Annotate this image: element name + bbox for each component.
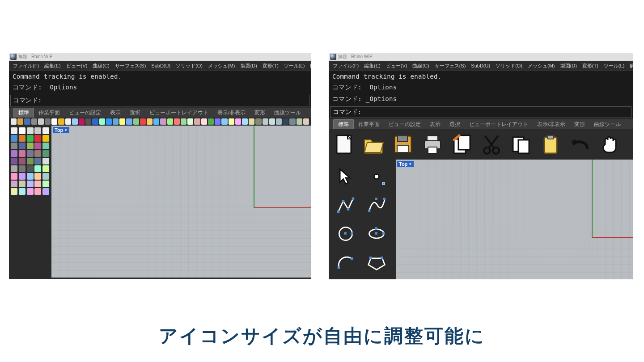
menu-曲線(C)[interactable]: 曲線(C) — [410, 63, 432, 69]
toolbar-icon-4[interactable] — [38, 118, 44, 125]
toolbar-icon-17[interactable] — [126, 118, 132, 125]
sidetool-icon-5[interactable] — [11, 135, 17, 142]
sidetool-icon-6[interactable] — [19, 135, 25, 142]
clipboard-icon[interactable] — [538, 132, 563, 157]
arc-icon[interactable] — [333, 250, 358, 275]
sidetool-icon-30[interactable] — [11, 173, 17, 180]
tab-作業平面[interactable]: 作業平面 — [34, 108, 64, 118]
toolbar-icon-7[interactable] — [58, 118, 64, 125]
sidetool-icon-44[interactable] — [42, 188, 49, 195]
toolbar-icon-13[interactable] — [99, 118, 105, 125]
toolbar-icon-38[interactable] — [269, 118, 275, 125]
titlebar[interactable]: 無題 - Rhino WIP — [329, 53, 633, 61]
toolbar-icon-3[interactable] — [31, 118, 37, 125]
tab-ビューの設定[interactable]: ビューの設定 — [384, 120, 425, 129]
tab-変形[interactable]: 変形 — [250, 108, 270, 118]
sidetool-icon-24[interactable] — [42, 158, 49, 164]
sidetool-icon-40[interactable] — [11, 188, 17, 195]
toolbar-icon-24[interactable] — [174, 118, 180, 125]
toolbar-icon-22[interactable] — [160, 118, 166, 125]
sidetool-icon-21[interactable] — [19, 158, 25, 164]
menu-ファイル(F)[interactable]: ファイル(F) — [10, 63, 42, 69]
menu-ビュー(V)[interactable]: ビュー(V) — [383, 63, 410, 69]
tab-選択[interactable]: 選択 — [125, 108, 145, 118]
sidetool-icon-41[interactable] — [19, 188, 25, 195]
sidetool-icon-2[interactable] — [27, 127, 34, 134]
save-floppy-icon[interactable] — [390, 132, 415, 157]
menu-編集(E)[interactable]: 編集(E) — [361, 63, 383, 69]
tab-表示/非表示[interactable]: 表示/非表示 — [213, 108, 250, 118]
sidetool-icon-18[interactable] — [34, 150, 41, 157]
toolbar-icon-40[interactable] — [283, 118, 288, 125]
menu-SubD(U)[interactable]: SubD(U) — [148, 63, 173, 68]
menu-曲線(C)[interactable]: 曲線(C) — [90, 63, 112, 69]
sidetool-icon-8[interactable] — [34, 135, 41, 142]
new-file-icon[interactable] — [331, 132, 356, 157]
toolbar-icon-15[interactable] — [113, 118, 119, 125]
viewport-top[interactable]: Top▼ — [396, 160, 633, 279]
menu-ビュー(V)[interactable]: ビュー(V) — [64, 63, 90, 69]
sidetool-icon-42[interactable] — [27, 188, 34, 195]
sidetool-icon-9[interactable] — [42, 135, 49, 142]
sidetool-icon-17[interactable] — [27, 150, 34, 157]
toolbar-icon-19[interactable] — [140, 118, 146, 125]
menu-製図(D)[interactable]: 製図(D) — [558, 63, 580, 69]
menu-ツール(L)[interactable]: ツール(L) — [601, 63, 627, 69]
clipboard-copy-icon[interactable] — [449, 132, 475, 157]
toolbar-icon-5[interactable] — [45, 118, 51, 125]
tab-曲線ツール[interactable]: 曲線ツール — [270, 108, 305, 118]
command-prompt[interactable]: コマンド: — [10, 95, 309, 106]
toolbar-icon-34[interactable] — [242, 118, 248, 125]
polyline-icon[interactable] — [333, 193, 358, 218]
toolbar-icon-32[interactable] — [229, 118, 234, 125]
sidetool-icon-37[interactable] — [27, 181, 34, 187]
point-icon[interactable] — [364, 164, 389, 189]
sidetool-icon-32[interactable] — [27, 173, 34, 180]
toolbar-icon-16[interactable] — [119, 118, 125, 125]
menu-メッシュ(M)[interactable]: メッシュ(M) — [525, 63, 558, 69]
viewport-label[interactable]: Top▼ — [397, 161, 414, 167]
sidetool-icon-0[interactable] — [11, 127, 17, 134]
tab-作業平面[interactable]: 作業平面 — [354, 120, 384, 129]
toolbar-icon-26[interactable] — [187, 118, 193, 125]
toolbar-icon-1[interactable] — [17, 118, 23, 125]
menu-サーフェス(S)[interactable]: サーフェス(S) — [432, 63, 469, 69]
sidetool-icon-34[interactable] — [42, 173, 49, 180]
sidetool-icon-36[interactable] — [19, 181, 25, 187]
circle-icon[interactable] — [333, 221, 358, 246]
ellipse-icon[interactable] — [364, 221, 389, 246]
menu-メッシュ(M)[interactable]: メッシュ(M) — [205, 63, 238, 69]
toolbar-icon-10[interactable] — [79, 118, 85, 125]
toolbar-icon-9[interactable] — [72, 118, 78, 125]
toolbar-icon-11[interactable] — [85, 118, 91, 125]
tab-ビューポートレイアウト[interactable]: ビューポートレイアウト — [465, 120, 533, 129]
tab-表示[interactable]: 表示 — [106, 108, 125, 118]
viewport-top[interactable]: Top▼ — [51, 126, 311, 278]
toolbar-icon-21[interactable] — [153, 118, 159, 125]
toolbar-icon-28[interactable] — [201, 118, 207, 125]
sidetool-icon-12[interactable] — [27, 143, 34, 149]
sidetool-icon-28[interactable] — [34, 165, 41, 172]
sidetool-icon-31[interactable] — [19, 173, 25, 180]
toolbar-icon-23[interactable] — [167, 118, 173, 125]
print-icon[interactable] — [420, 132, 445, 157]
cut-scissors-icon[interactable] — [479, 132, 504, 157]
sidetool-icon-11[interactable] — [19, 143, 25, 149]
sidetool-icon-13[interactable] — [34, 143, 41, 149]
sidetool-icon-43[interactable] — [34, 188, 41, 195]
tab-変形[interactable]: 変形 — [570, 120, 589, 129]
tab-標準[interactable]: 標準 — [13, 108, 34, 118]
sidetool-icon-7[interactable] — [27, 135, 34, 142]
toolbar-icon-25[interactable] — [181, 118, 186, 125]
tab-表示[interactable]: 表示 — [425, 120, 445, 129]
toolbar-icon-36[interactable] — [255, 118, 261, 125]
toolbar-icon-8[interactable] — [65, 118, 71, 125]
menu-製図(D)[interactable]: 製図(D) — [238, 63, 260, 69]
pointer-arrow-icon[interactable] — [333, 164, 358, 189]
tab-標準[interactable]: 標準 — [333, 119, 354, 129]
menu-ソリッド(O)[interactable]: ソリッド(O) — [173, 63, 205, 69]
toolbar-icon-2[interactable] — [24, 118, 30, 125]
paste-docs-icon[interactable] — [508, 132, 534, 157]
toolbar-icon-6[interactable] — [51, 118, 57, 125]
sidetool-icon-22[interactable] — [27, 158, 34, 164]
